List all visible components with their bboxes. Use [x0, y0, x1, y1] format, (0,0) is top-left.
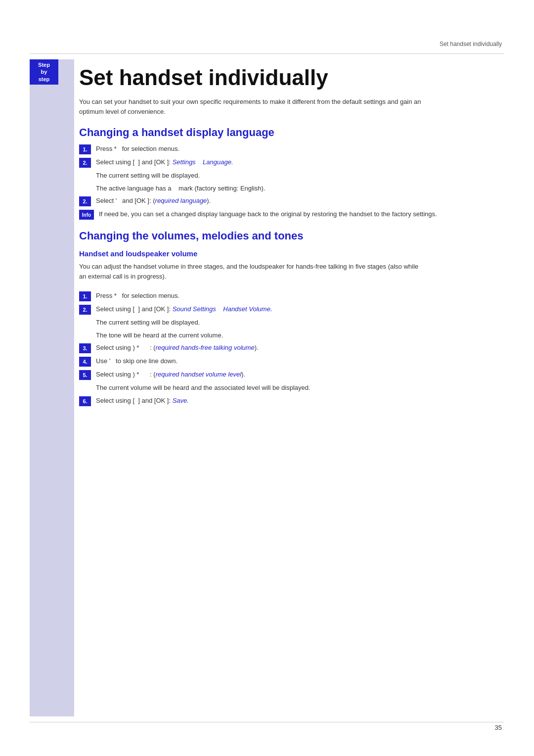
step-text: Select using [ ] and [OK ]: Sound Settin… [96, 304, 504, 314]
section1: Changing a handset display language 1. P… [79, 126, 504, 220]
step-row: 2. Select ' and [OK ]: (required languag… [79, 196, 504, 206]
step-number-2a: 2. [79, 158, 91, 168]
step-label-line1: Step [38, 62, 50, 68]
step-number-s2-1: 1. [79, 291, 91, 301]
step-text: Press * for selection menus. [96, 291, 504, 301]
step-text: Select using ) * : (required handset vol… [96, 370, 504, 379]
step-row: 1. Press * for selection menus. [79, 291, 504, 301]
step-label-line2: by [41, 69, 47, 75]
subsection-intro: You can adjust the handset volume in thr… [79, 262, 425, 281]
step-number-s2-6: 6. [79, 396, 91, 406]
step-number-s2-5: 5. [79, 370, 91, 380]
intro-text: You can set your handset to suit your ow… [79, 97, 425, 116]
header-title: Set handset individually [440, 41, 502, 47]
step-text: Press * for selection menus. [96, 144, 504, 154]
step-row: 2. Select using [ ] and [OK ]: Sound Set… [79, 304, 504, 315]
section2: Changing the volumes, melodies and tones… [79, 230, 504, 406]
step-number-2b: 2. [79, 196, 91, 206]
step-text: Select using [ ] and [OK ]: Settings Lan… [96, 157, 504, 167]
step-number-s2-2: 2. [79, 305, 91, 315]
step-row: 5. Select using ) * : (required handset … [79, 370, 504, 380]
page-heading: Set handset individually [79, 65, 504, 90]
header-rule [30, 53, 504, 54]
page-container: Set handset individually Step by step Se… [0, 0, 534, 756]
step-row: 1. Press * for selection menus. [79, 144, 504, 154]
footer-rule [30, 722, 504, 722]
step-number-1: 1. [79, 144, 91, 154]
info-row: Info If need be, you can set a changed d… [79, 209, 504, 220]
section1-heading: Changing a handset display language [79, 126, 504, 139]
step-row: 2. Select using [ ] and [OK ]: Settings … [79, 157, 504, 168]
plain-text: The current volume will be heard and the… [96, 383, 504, 393]
section2-heading: Changing the volumes, melodies and tones [79, 230, 504, 242]
step-text: Select ' and [OK ]: (required language). [96, 196, 504, 206]
step-row: 3. Select using ) * : (required hands-fr… [79, 343, 504, 353]
step-badge: Step by step [30, 59, 58, 85]
step-number-s2-4: 4. [79, 357, 91, 367]
info-text: If need be, you can set a changed displa… [99, 209, 504, 219]
step-row: 6. Select using [ ] and [OK ]: Save. [79, 396, 504, 406]
step-text: Select using ) * : (required hands-free … [96, 343, 504, 353]
page-number: 35 [495, 724, 502, 731]
subsection-heading: Handset and loudspeaker volume [79, 249, 504, 258]
plain-text: The active language has a mark (factory … [96, 184, 504, 193]
step-row: 4. Use ' to skip one line down. [79, 356, 504, 367]
plain-text: The current setting will be displayed. [96, 318, 504, 328]
step-text: Select using [ ] and [OK ]: Save. [96, 396, 504, 406]
step-label-line3: step [39, 76, 50, 82]
step-number-s2-3: 3. [79, 343, 91, 353]
sidebar: Step by step [30, 59, 74, 716]
main-content: Set handset individually You can set you… [79, 59, 504, 416]
plain-text: The tone will be heard at the current vo… [96, 331, 504, 340]
step-text: Use ' to skip one line down. [96, 356, 504, 366]
plain-text: The current setting will be displayed. [96, 171, 504, 181]
info-badge: Info [79, 210, 94, 220]
